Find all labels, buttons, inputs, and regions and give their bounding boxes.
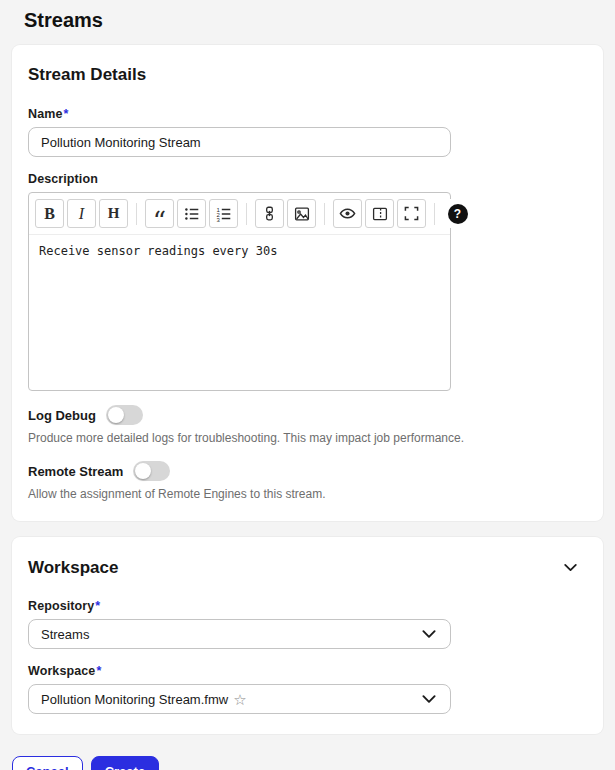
repository-select[interactable]: Streams xyxy=(28,619,451,649)
chevron-down-icon xyxy=(420,625,438,643)
toolbar-separator xyxy=(324,203,325,225)
page-title: Streams xyxy=(0,0,615,45)
side-by-side-icon xyxy=(372,206,388,222)
repository-field: Repository* Streams xyxy=(28,599,587,649)
log-debug-row: Log Debug xyxy=(28,405,587,425)
remote-stream-label: Remote Stream xyxy=(28,464,123,479)
remote-stream-row: Remote Stream xyxy=(28,461,587,481)
repository-label: Repository* xyxy=(28,599,587,613)
description-editor-content[interactable]: Receive sensor readings every 30s xyxy=(29,235,450,390)
log-debug-help: Produce more detailed logs for troublesh… xyxy=(28,431,587,445)
ordered-list-icon: 123 xyxy=(216,206,232,222)
ordered-list-button[interactable]: 123 xyxy=(209,199,238,228)
stream-details-card: Stream Details Name* Description B I H “… xyxy=(12,45,603,521)
side-by-side-button[interactable] xyxy=(365,199,394,228)
editor-toolbar: B I H “ 123 xyxy=(29,193,450,235)
fullscreen-button[interactable] xyxy=(397,199,426,228)
quote-button[interactable]: “ xyxy=(145,199,174,228)
preview-button[interactable] xyxy=(333,199,362,228)
description-field: Description B I H “ 123 xyxy=(28,172,587,391)
svg-text:3: 3 xyxy=(216,217,220,222)
bold-icon: B xyxy=(44,205,55,223)
italic-icon: I xyxy=(79,205,84,223)
name-label: Name* xyxy=(28,107,587,121)
workspace-select[interactable]: Pollution Monitoring Stream.fmw ☆ xyxy=(28,684,451,714)
star-outline-icon: ☆ xyxy=(233,692,246,707)
toolbar-separator xyxy=(434,203,435,225)
workspace-heading: Workspace xyxy=(28,558,118,578)
required-asterisk: * xyxy=(96,664,101,678)
collapse-section-button[interactable] xyxy=(560,557,581,578)
link-button[interactable] xyxy=(255,199,284,228)
log-debug-label: Log Debug xyxy=(28,408,96,423)
eye-icon xyxy=(339,205,356,222)
workspace-field: Workspace* Pollution Monitoring Stream.f… xyxy=(28,664,587,714)
remote-stream-toggle[interactable] xyxy=(133,461,170,481)
name-input[interactable] xyxy=(28,127,451,157)
link-icon xyxy=(262,206,277,221)
create-button[interactable]: Create xyxy=(91,756,159,770)
image-button[interactable] xyxy=(287,199,316,228)
workspace-card: Workspace Repository* Streams Workspace*… xyxy=(12,537,603,734)
unordered-list-icon xyxy=(184,206,200,222)
footer-actions: Cancel Create xyxy=(12,756,615,770)
guide-button[interactable]: ? xyxy=(443,199,472,228)
workspace-label: Workspace* xyxy=(28,664,587,678)
workspace-selected-value: Pollution Monitoring Stream.fmw xyxy=(41,692,228,707)
italic-button[interactable]: I xyxy=(67,199,96,228)
chevron-down-icon xyxy=(562,559,579,576)
bold-button[interactable]: B xyxy=(35,199,64,228)
description-label: Description xyxy=(28,172,587,186)
required-asterisk: * xyxy=(95,599,100,613)
heading-button[interactable]: H xyxy=(99,199,128,228)
question-icon: ? xyxy=(448,204,468,224)
name-field: Name* xyxy=(28,107,587,157)
log-debug-toggle[interactable] xyxy=(106,405,143,425)
workspace-header: Workspace xyxy=(28,557,587,578)
markdown-editor: B I H “ 123 xyxy=(28,192,451,391)
chevron-down-icon xyxy=(420,690,438,708)
toggle-knob xyxy=(135,463,151,479)
fullscreen-icon xyxy=(404,206,419,221)
repository-selected-value: Streams xyxy=(41,627,89,642)
remote-stream-help: Allow the assignment of Remote Engines t… xyxy=(28,487,587,501)
toolbar-separator xyxy=(136,203,137,225)
heading-icon: H xyxy=(108,205,120,222)
required-asterisk: * xyxy=(63,107,68,121)
stream-details-heading: Stream Details xyxy=(28,65,587,85)
toolbar-separator xyxy=(246,203,247,225)
toggle-knob xyxy=(108,407,124,423)
image-icon xyxy=(294,206,310,222)
unordered-list-button[interactable] xyxy=(177,199,206,228)
cancel-button[interactable]: Cancel xyxy=(12,756,83,770)
